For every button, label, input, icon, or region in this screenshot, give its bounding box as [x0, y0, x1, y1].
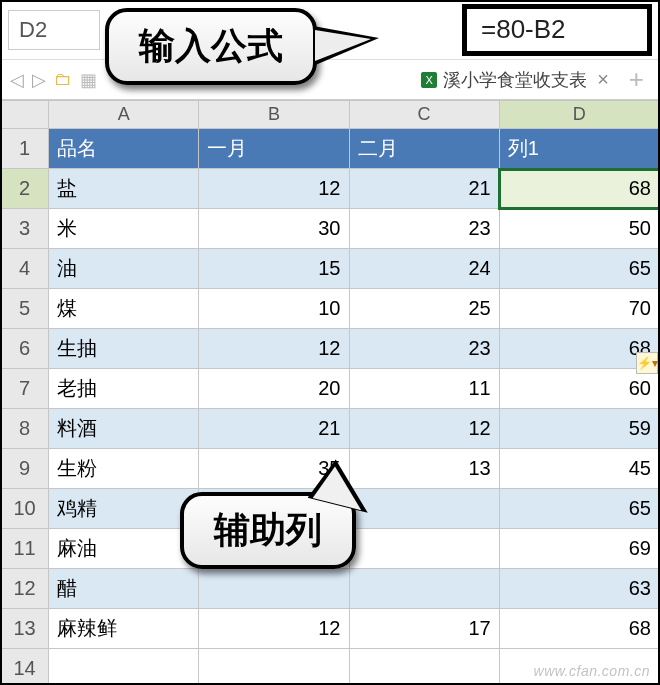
close-tab-button[interactable]: × — [593, 68, 613, 91]
table-row[interactable]: 12醋63 — [1, 569, 660, 609]
cell[interactable]: 油 — [49, 249, 199, 289]
cell[interactable]: 68 — [499, 609, 659, 649]
header-cell[interactable]: 二月 — [349, 129, 499, 169]
formula-bar[interactable]: =80-B2 — [462, 4, 652, 56]
cell[interactable]: 21 — [199, 409, 349, 449]
cell[interactable]: 45 — [499, 449, 659, 489]
col-header-C[interactable]: C — [349, 101, 499, 129]
new-tab-button[interactable]: + — [623, 64, 650, 95]
cell[interactable]: 68 — [499, 169, 659, 209]
table-row[interactable]: 8料酒211259 — [1, 409, 660, 449]
cell[interactable]: 17 — [349, 609, 499, 649]
cell[interactable]: 12 — [199, 169, 349, 209]
excel-app-icon: X — [421, 72, 437, 88]
cell[interactable]: 69 — [499, 529, 659, 569]
cell[interactable] — [199, 649, 349, 686]
callout-helper-column: 辅助列 — [180, 492, 356, 569]
row-header-5[interactable]: 5 — [1, 289, 49, 329]
table-row[interactable]: 2盐122168 — [1, 169, 660, 209]
cell[interactable]: 10 — [199, 289, 349, 329]
cell[interactable]: 生抽 — [49, 329, 199, 369]
table-row[interactable]: 5煤102570 — [1, 289, 660, 329]
cell[interactable]: 生粉 — [49, 449, 199, 489]
table-row[interactable]: 3米302350 — [1, 209, 660, 249]
cell[interactable] — [49, 649, 199, 686]
cell[interactable]: 65 — [499, 489, 659, 529]
cell[interactable] — [349, 649, 499, 686]
cell[interactable]: 59 — [499, 409, 659, 449]
row-header-12[interactable]: 12 — [1, 569, 49, 609]
cell[interactable] — [199, 569, 349, 609]
table-row[interactable]: 4油152465 — [1, 249, 660, 289]
cell[interactable]: 25 — [349, 289, 499, 329]
cell[interactable]: 15 — [199, 249, 349, 289]
cell[interactable]: 麻辣鲜 — [49, 609, 199, 649]
cell[interactable]: 12 — [199, 329, 349, 369]
cell[interactable]: 老抽 — [49, 369, 199, 409]
arrow-left-icon[interactable]: ◁ — [10, 69, 24, 91]
col-header-B[interactable]: B — [199, 101, 349, 129]
cell[interactable]: 21 — [349, 169, 499, 209]
cell[interactable]: 料酒 — [49, 409, 199, 449]
table-row[interactable]: 13麻辣鲜121768 — [1, 609, 660, 649]
cell[interactable]: 11 — [349, 369, 499, 409]
row-header-9[interactable]: 9 — [1, 449, 49, 489]
cell[interactable]: 65 — [499, 249, 659, 289]
cell[interactable]: 米 — [49, 209, 199, 249]
row-header-4[interactable]: 4 — [1, 249, 49, 289]
row-header-11[interactable]: 11 — [1, 529, 49, 569]
select-all-corner[interactable] — [1, 101, 49, 129]
cell[interactable]: 醋 — [49, 569, 199, 609]
cell[interactable]: 12 — [199, 609, 349, 649]
row-header-13[interactable]: 13 — [1, 609, 49, 649]
cell[interactable]: 麻油 — [49, 529, 199, 569]
header-cell[interactable]: 品名 — [49, 129, 199, 169]
row-header-7[interactable]: 7 — [1, 369, 49, 409]
cell[interactable]: 煤 — [49, 289, 199, 329]
callout-helper-text: 辅助列 — [214, 509, 322, 550]
cell[interactable]: 23 — [349, 329, 499, 369]
cell[interactable]: 鸡精 — [49, 489, 199, 529]
watermark: www.cfan.com.cn — [534, 663, 650, 679]
header-cell[interactable]: 一月 — [199, 129, 349, 169]
autofill-options-icon[interactable]: ⚡▾ — [636, 352, 658, 374]
cell[interactable]: 70 — [499, 289, 659, 329]
cell[interactable]: 23 — [349, 209, 499, 249]
row-header-3[interactable]: 3 — [1, 209, 49, 249]
cell[interactable]: 60 — [499, 369, 659, 409]
grid-icon[interactable]: ▦ — [80, 69, 97, 91]
table-row[interactable]: 7老抽201160 — [1, 369, 660, 409]
col-header-D[interactable]: D — [499, 101, 659, 129]
row-header-8[interactable]: 8 — [1, 409, 49, 449]
row-header-6[interactable]: 6 — [1, 329, 49, 369]
header-cell[interactable]: 列1 — [499, 129, 659, 169]
folder-icon[interactable]: 🗀 — [54, 69, 72, 90]
cell[interactable] — [349, 529, 499, 569]
cell[interactable] — [349, 569, 499, 609]
row-header-10[interactable]: 10 — [1, 489, 49, 529]
cell[interactable]: 30 — [199, 209, 349, 249]
cell[interactable]: 20 — [199, 369, 349, 409]
spreadsheet-grid[interactable]: A B C D 1 品名 一月 二月 列1 2盐1221683米3023504油… — [0, 100, 660, 685]
col-header-A[interactable]: A — [49, 101, 199, 129]
cell[interactable]: 12 — [349, 409, 499, 449]
cell[interactable]: 24 — [349, 249, 499, 289]
cell[interactable]: 盐 — [49, 169, 199, 209]
row-header-2[interactable]: 2 — [1, 169, 49, 209]
row-header-1[interactable]: 1 — [1, 129, 49, 169]
arrow-right-icon[interactable]: ▷ — [32, 69, 46, 91]
workbook-tab-title: 溪小学食堂收支表 — [443, 68, 587, 92]
column-header-row[interactable]: A B C D — [1, 101, 660, 129]
workbook-tab[interactable]: X 溪小学食堂收支表 × — [421, 68, 613, 92]
cell[interactable]: 63 — [499, 569, 659, 609]
row-header-14[interactable]: 14 — [1, 649, 49, 686]
table-header-row[interactable]: 1 品名 一月 二月 列1 — [1, 129, 660, 169]
name-box[interactable]: D2 — [8, 10, 100, 50]
tab-nav-icons: ◁ ▷ 🗀 ▦ — [10, 69, 97, 91]
cell[interactable]: 50 — [499, 209, 659, 249]
table-row[interactable]: 6生抽122368 — [1, 329, 660, 369]
